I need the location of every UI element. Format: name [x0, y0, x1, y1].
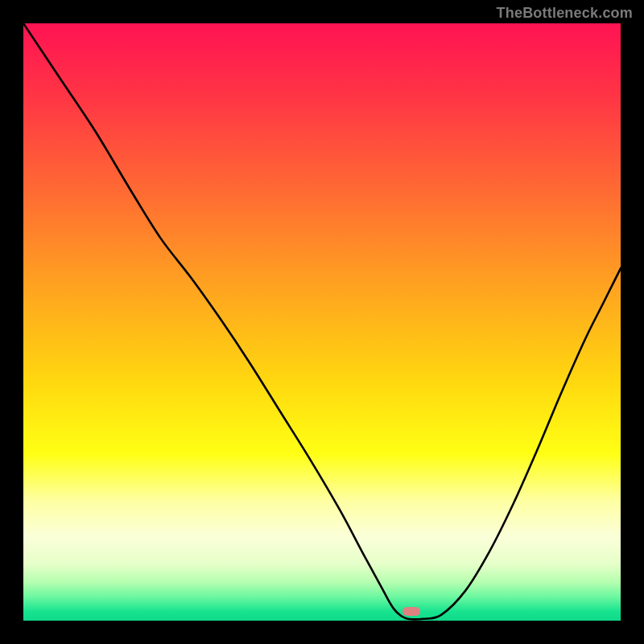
- chart-stage: TheBottleneck.com: [0, 0, 644, 644]
- gradient-background: [23, 23, 621, 621]
- optimum-marker: [402, 607, 420, 616]
- plot-area: [23, 23, 621, 621]
- plot-svg: [23, 23, 621, 621]
- attribution-text: TheBottleneck.com: [497, 5, 633, 22]
